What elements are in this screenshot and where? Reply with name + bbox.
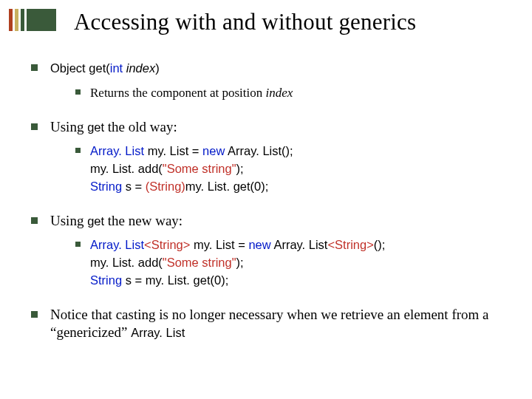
- new-way-code: Array. List<String> my. List = new Array…: [75, 236, 510, 289]
- sig-paren-close: ): [155, 61, 160, 75]
- accent-bar-4: [27, 9, 56, 31]
- old-way-fn: get: [87, 120, 104, 134]
- sig-param-name: index: [126, 61, 155, 75]
- sig-description: Returns the component at position index: [75, 84, 510, 102]
- bullet-new-way: Using get the new way: Array. List<Strin…: [31, 212, 510, 290]
- accent-bars: [9, 9, 56, 31]
- note-class: Array. List: [131, 326, 185, 339]
- bullet-old-way: Using get the old way: Array. List my. L…: [31, 118, 510, 196]
- old-way-code: Array. List my. List = new Array. List()…: [75, 143, 510, 195]
- bullet-note: Notice that casting is no longer necessa…: [31, 306, 510, 341]
- sig-desc-index: index: [266, 86, 293, 100]
- sig-param-type: int: [110, 61, 123, 75]
- accent-bar-1: [9, 9, 13, 31]
- sig-method-name: get: [89, 61, 106, 75]
- slide-body: Object get(int index) Returns the compon…: [31, 59, 510, 357]
- new-way-fn: get: [87, 214, 104, 228]
- slide-title: Accessing with and without generics: [74, 9, 416, 35]
- slide: Accessing with and without generics Obje…: [0, 0, 532, 399]
- accent-bar-2: [15, 9, 18, 31]
- bullet-signature: Object get(int index) Returns the compon…: [31, 59, 510, 102]
- sig-return-type: Object: [50, 61, 86, 75]
- accent-bar-3: [21, 9, 24, 31]
